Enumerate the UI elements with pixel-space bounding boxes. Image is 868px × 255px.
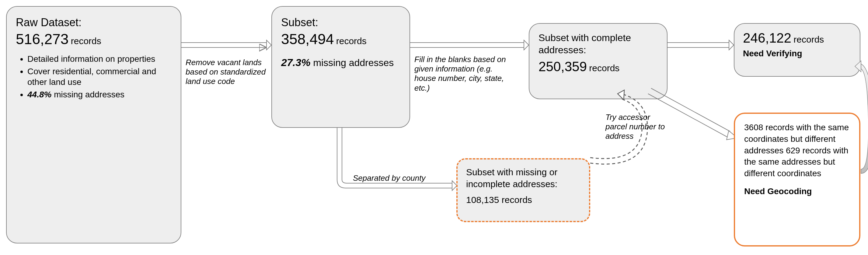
geocoding-box: 3608 records with the same coordinates b…	[734, 113, 860, 247]
verify-box: 246,122 records Need Verifying	[734, 23, 860, 77]
verify-count: 246,122	[743, 30, 791, 45]
raw-bullet-2: Cover residential, commercial and other …	[27, 66, 172, 87]
arrow-subset-to-missing	[335, 128, 459, 198]
raw-records-word: records	[71, 36, 101, 46]
raw-title-text: Raw Dataset:	[16, 16, 82, 29]
arrow-raw-to-subset	[181, 39, 271, 51]
subset-box: Subset: 358,494 records 27.3% missing ad…	[271, 6, 410, 128]
try-label: Try accessor parcel number to address	[606, 113, 666, 141]
raw-bullet-1: Detailed information on properties	[27, 54, 172, 64]
raw-bullets: Detailed information on properties Cover…	[19, 54, 172, 100]
subset-rest: missing addresses	[310, 57, 394, 68]
svg-marker-8	[524, 40, 529, 50]
subset-count: 358,494	[281, 31, 334, 47]
subset-records-word: records	[336, 36, 367, 46]
complete-title: Subset with complete addresses:	[538, 32, 658, 56]
svg-marker-11	[729, 40, 734, 50]
raw-dataset-box: Raw Dataset: 516,273 records Detailed in…	[6, 6, 181, 244]
geocoding-text: 3608 records with the same coordinates b…	[744, 122, 850, 179]
arrow1-label: Remove vacant lands based on standardize…	[186, 58, 268, 87]
missing-box: Subset with missing or incomplete addres…	[456, 158, 590, 222]
arrow-complete-to-verify	[668, 39, 734, 51]
svg-marker-13	[855, 61, 861, 72]
raw-count-line: 516,273 records	[16, 31, 172, 47]
missing-count: 108,135 records	[466, 195, 581, 205]
subset-pct: 27.3%	[281, 57, 310, 68]
missing-title: Subset with missing or incomplete addres…	[466, 166, 581, 190]
complete-box: Subset with complete addresses: 250,359 …	[529, 23, 668, 99]
raw-count: 516,273	[16, 31, 69, 47]
svg-marker-3	[267, 40, 271, 50]
complete-records-word: records	[589, 63, 619, 73]
raw-bullet-3-pct: 44.8%	[27, 90, 52, 99]
raw-bullet-3: 44.8% missing addresses	[27, 89, 172, 100]
subset-title: Subset:	[281, 16, 400, 29]
verify-need-label: Need Verifying	[743, 49, 851, 58]
geocoding-need-label: Need Geocoding	[744, 187, 850, 196]
complete-count: 250,359	[538, 59, 587, 74]
verify-records-word: records	[794, 34, 824, 44]
subset-missing-line: 27.3% missing addresses	[281, 57, 400, 68]
verify-count-line: 246,122 records	[743, 30, 851, 46]
separated-label: Separated by county	[353, 173, 426, 183]
arrow2-label: Fill in the blanks based on given inform…	[414, 55, 512, 93]
arrow-subset-to-complete	[410, 39, 529, 51]
raw-title: Raw Dataset:	[16, 16, 172, 29]
raw-bullet-3-rest: missing addresses	[52, 90, 124, 99]
subset-count-line: 358,494 records	[281, 31, 400, 47]
arrow-geo-to-verify	[855, 52, 868, 180]
complete-count-line: 250,359 records	[538, 59, 658, 74]
